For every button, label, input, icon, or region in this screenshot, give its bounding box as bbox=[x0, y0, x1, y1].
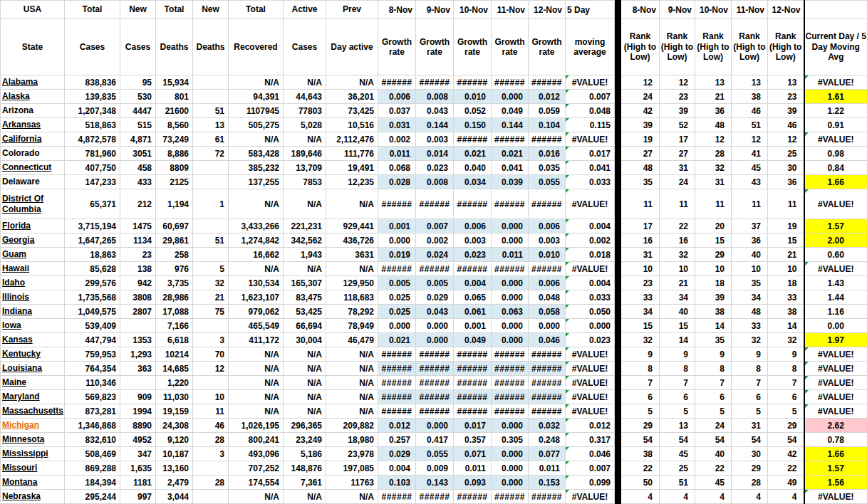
active-cases-cell[interactable]: 342,562 bbox=[284, 233, 326, 248]
rank-8nov-cell[interactable]: 15 bbox=[621, 319, 660, 333]
rank-8nov-cell[interactable]: 35 bbox=[621, 175, 660, 189]
state-cell[interactable]: Nebraska bbox=[1, 490, 65, 504]
active-cases-cell[interactable]: N/A bbox=[284, 376, 326, 390]
rank-10nov-cell[interactable]: 36 bbox=[695, 104, 732, 118]
header-rank-10nov[interactable]: Rank (High to Low) bbox=[695, 19, 732, 75]
new-deaths-cell[interactable]: 61 bbox=[193, 132, 229, 147]
growth-8nov-cell[interactable]: 0.257 bbox=[378, 433, 416, 447]
rank-8nov-cell[interactable]: 32 bbox=[621, 333, 660, 347]
total-deaths-cell[interactable]: 801 bbox=[156, 90, 193, 104]
rank-9nov-cell[interactable]: 51 bbox=[660, 476, 695, 490]
rank-10nov-cell[interactable]: 45 bbox=[695, 476, 732, 490]
header-cases-new[interactable]: Cases bbox=[120, 19, 156, 75]
rank-11nov-cell[interactable]: 45 bbox=[732, 161, 768, 175]
recovered-cell[interactable]: 583,428 bbox=[229, 147, 284, 161]
header-usa[interactable]: USA bbox=[1, 1, 65, 19]
growth-8nov-cell[interactable]: ###### bbox=[378, 347, 416, 362]
rank-11nov-cell[interactable]: 13 bbox=[732, 75, 768, 90]
current-ratio-cell[interactable]: 1.66 bbox=[804, 175, 867, 189]
rank-11nov-cell[interactable]: 41 bbox=[732, 147, 768, 161]
rank-9nov-cell[interactable]: 34 bbox=[660, 290, 695, 305]
state-cell[interactable]: Louisiana bbox=[1, 362, 65, 376]
current-ratio-cell[interactable]: 1.16 bbox=[804, 305, 867, 319]
growth-10nov-cell[interactable]: 0.017 bbox=[454, 419, 492, 433]
prev-active-cell[interactable]: 73,425 bbox=[326, 104, 378, 118]
recovered-cell[interactable]: 707,252 bbox=[229, 461, 284, 476]
state-cell[interactable]: Montana bbox=[1, 476, 65, 490]
total-cases-cell[interactable]: 139,835 bbox=[65, 90, 120, 104]
state-cell[interactable]: Guam bbox=[1, 248, 65, 262]
rank-10nov-cell[interactable]: 20 bbox=[695, 219, 732, 233]
rank-10nov-cell[interactable]: 5 bbox=[695, 404, 732, 419]
header-growth-date-11nov[interactable]: 11-Nov bbox=[492, 1, 529, 19]
state-cell[interactable]: Idaho bbox=[1, 276, 65, 290]
total-cases-cell[interactable]: 1,647,265 bbox=[65, 233, 120, 248]
header-new-deaths-1[interactable]: New bbox=[193, 1, 229, 19]
total-cases-cell[interactable]: 184,394 bbox=[65, 476, 120, 490]
rank-12nov-cell[interactable]: 36 bbox=[768, 175, 804, 189]
total-deaths-cell[interactable]: 24,308 bbox=[156, 419, 193, 433]
rank-11nov-cell[interactable]: 11 bbox=[732, 189, 768, 219]
current-ratio-cell[interactable]: #VALUE! bbox=[804, 189, 867, 219]
rank-8nov-cell[interactable]: 27 bbox=[621, 147, 660, 161]
growth-11nov-cell[interactable]: 0.000 bbox=[492, 476, 529, 490]
rank-8nov-cell[interactable]: 10 bbox=[621, 262, 660, 276]
new-deaths-cell[interactable]: 28 bbox=[193, 476, 229, 490]
total-deaths-cell[interactable]: 19,159 bbox=[156, 404, 193, 419]
total-cases-cell[interactable]: 1,207,348 bbox=[65, 104, 120, 118]
state-link[interactable]: Idaho bbox=[2, 278, 25, 288]
recovered-cell[interactable]: 174,554 bbox=[229, 476, 284, 490]
header-rank-date-10nov[interactable]: 10-Nov bbox=[695, 1, 732, 19]
new-deaths-cell[interactable]: 3 bbox=[193, 333, 229, 347]
growth-9nov-cell[interactable]: 0.023 bbox=[416, 161, 454, 175]
growth-11nov-cell[interactable]: ###### bbox=[492, 404, 529, 419]
header-new-cases-1[interactable]: New bbox=[120, 1, 156, 19]
rank-10nov-cell[interactable]: 6 bbox=[695, 390, 732, 404]
state-link[interactable]: Missouri bbox=[2, 463, 37, 473]
new-cases-cell[interactable]: 95 bbox=[120, 75, 156, 90]
growth-9nov-cell[interactable]: 0.000 bbox=[416, 419, 454, 433]
total-deaths-cell[interactable]: 258 bbox=[156, 248, 193, 262]
state-link[interactable]: Florida bbox=[2, 221, 31, 231]
header-rank-9nov[interactable]: Rank (High to Low) bbox=[660, 19, 695, 75]
rank-9nov-cell[interactable]: 22 bbox=[660, 219, 695, 233]
current-ratio-cell[interactable]: 0.84 bbox=[804, 161, 867, 175]
current-ratio-cell[interactable]: #VALUE! bbox=[804, 390, 867, 404]
recovered-cell[interactable]: 130,534 bbox=[229, 276, 284, 290]
prev-active-cell[interactable]: 197,085 bbox=[326, 461, 378, 476]
state-link[interactable]: Guam bbox=[2, 249, 26, 259]
new-cases-cell[interactable]: 433 bbox=[120, 175, 156, 189]
prev-active-cell[interactable]: 36,201 bbox=[326, 90, 378, 104]
rank-11nov-cell[interactable]: 9 bbox=[732, 347, 768, 362]
rank-11nov-cell[interactable]: 28 bbox=[732, 476, 768, 490]
header-total-deaths-1[interactable]: Total bbox=[156, 1, 193, 19]
rank-11nov-cell[interactable]: 38 bbox=[732, 90, 768, 104]
state-cell[interactable]: Missouri bbox=[1, 461, 65, 476]
growth-10nov-cell[interactable]: 0.006 bbox=[454, 219, 492, 233]
growth-8nov-cell[interactable]: 0.000 bbox=[378, 233, 416, 248]
rank-11nov-cell[interactable]: 48 bbox=[732, 305, 768, 319]
rank-11nov-cell[interactable]: 37 bbox=[732, 219, 768, 233]
current-ratio-cell[interactable]: 0.91 bbox=[804, 118, 867, 132]
state-link[interactable]: Michigan bbox=[2, 420, 39, 430]
total-deaths-cell[interactable]: 10,187 bbox=[156, 447, 193, 461]
growth-10nov-cell[interactable]: 0.052 bbox=[454, 104, 492, 118]
new-cases-cell[interactable]: 1181 bbox=[120, 476, 156, 490]
growth-11nov-cell[interactable]: 0.305 bbox=[492, 433, 529, 447]
rank-10nov-cell[interactable]: 29 bbox=[695, 248, 732, 262]
total-cases-cell[interactable]: 873,281 bbox=[65, 404, 120, 419]
rank-8nov-cell[interactable]: 34 bbox=[621, 305, 660, 319]
total-cases-cell[interactable]: 295,244 bbox=[65, 490, 120, 504]
growth-12nov-cell[interactable]: 0.011 bbox=[529, 461, 566, 476]
growth-12nov-cell[interactable]: 0.046 bbox=[529, 333, 566, 347]
moving-avg-cell[interactable]: 0.004 bbox=[566, 219, 615, 233]
new-cases-cell[interactable]: 8890 bbox=[120, 419, 156, 433]
rank-12nov-cell[interactable]: 30 bbox=[768, 161, 804, 175]
active-cases-cell[interactable]: 77803 bbox=[284, 104, 326, 118]
prev-active-cell[interactable]: N/A bbox=[326, 75, 378, 90]
total-cases-cell[interactable]: 85,628 bbox=[65, 262, 120, 276]
total-deaths-cell[interactable]: 8809 bbox=[156, 161, 193, 175]
total-deaths-cell[interactable]: 976 bbox=[156, 262, 193, 276]
total-deaths-cell[interactable]: 14,685 bbox=[156, 362, 193, 376]
new-deaths-cell[interactable]: 11 bbox=[193, 404, 229, 419]
